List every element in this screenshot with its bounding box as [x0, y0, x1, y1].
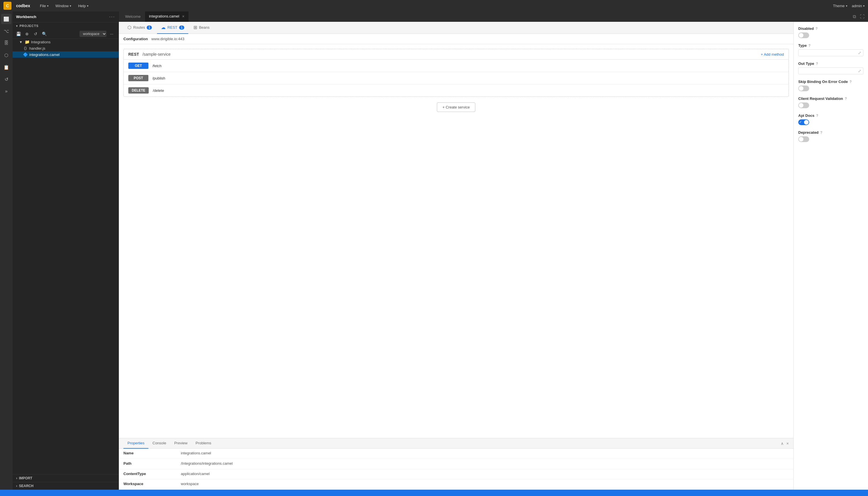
- search-section[interactable]: › SEARCH: [13, 482, 119, 490]
- sidebar-btn-db[interactable]: 🗄: [1, 38, 12, 48]
- js-file-icon: ⟨⟩: [23, 46, 28, 50]
- editor-body: ⬡ Routes 1 ☁ REST 1 ⊞ Beans: [119, 22, 868, 490]
- tab-welcome-label: Welcome: [125, 14, 141, 19]
- prop-contenttype-value: application/camel: [176, 469, 793, 480]
- refresh-btn[interactable]: ↺: [32, 30, 39, 37]
- out-type-help-icon[interactable]: ?: [816, 62, 818, 66]
- save-btn[interactable]: 💾: [15, 30, 22, 37]
- tab-close-icon[interactable]: ×: [182, 14, 184, 19]
- bottom-tab-properties[interactable]: Properties: [123, 438, 149, 449]
- tab-integrations-camel[interactable]: integrations.camel ×: [145, 12, 189, 22]
- menu-help[interactable]: Help ▾: [75, 3, 91, 9]
- subtab-rest-label: REST: [167, 25, 177, 30]
- prop-path-value: /Integrations/integrations.camel: [176, 459, 793, 469]
- theme-menu[interactable]: Theme ▾: [833, 4, 847, 8]
- method-row-post[interactable]: POST /publish: [124, 72, 789, 84]
- sidebar-btn-git[interactable]: ⌥: [1, 26, 12, 36]
- subtab-routes-label: Routes: [133, 25, 145, 30]
- content-area: Welcome integrations.camel × ⧉ ⛶ ⬡ Route…: [119, 12, 868, 490]
- prop-disabled: Disabled ?: [798, 27, 864, 38]
- type-help-icon[interactable]: ?: [808, 44, 810, 48]
- disabled-help-icon[interactable]: ?: [816, 27, 818, 31]
- out-type-input[interactable]: [800, 69, 858, 73]
- skip-binding-toggle[interactable]: [798, 86, 809, 91]
- prop-client-validation-label: Client Request Validation ?: [798, 96, 864, 101]
- projects-chevron[interactable]: ▾: [16, 25, 18, 28]
- subtab-routes[interactable]: ⬡ Routes 1: [123, 22, 156, 34]
- bottom-tab-problems[interactable]: Problems: [191, 438, 215, 449]
- admin-menu[interactable]: admin ▾: [852, 4, 865, 8]
- maximize-icon[interactable]: ⛶: [859, 14, 866, 20]
- prop-workspace-value: workspace: [176, 479, 793, 490]
- subtab-rest[interactable]: ☁ REST 1: [157, 22, 188, 34]
- sidebar-btn-workbench[interactable]: ⬜: [1, 14, 12, 24]
- bottom-tab-preview[interactable]: Preview: [170, 438, 191, 449]
- prop-out-type: Out Type ? ⤢: [798, 61, 864, 74]
- menu-file[interactable]: File ▾: [37, 3, 51, 9]
- tree-item-integrations[interactable]: ▾ 📁 Integrations: [13, 39, 119, 45]
- prop-api-docs-label: Api Docs ?: [798, 113, 864, 118]
- folder-file-icon: 📁: [25, 40, 29, 44]
- tree-item-integrations-camel[interactable]: 🔷 integrations.camel: [13, 51, 119, 58]
- sidebar-btn-docs[interactable]: 📋: [1, 62, 12, 72]
- deprecated-toggle[interactable]: [798, 136, 809, 142]
- service-header: REST /sample-service + Add method: [124, 49, 789, 60]
- disabled-toggle[interactable]: [798, 32, 809, 38]
- service-block: REST /sample-service + Add method GET /f…: [123, 49, 789, 97]
- sidebar-btn-terminal[interactable]: ⬡: [1, 50, 12, 60]
- right-panel: Disabled ? Type ? ⤢: [793, 22, 868, 490]
- api-docs-help-icon[interactable]: ?: [816, 114, 818, 118]
- prop-workspace-label: Workspace: [119, 479, 176, 490]
- tree-label-integrations: Integrations: [31, 40, 115, 44]
- tree-item-handler[interactable]: ⟨⟩ handler.js: [13, 45, 119, 51]
- subtab-beans[interactable]: ⊞ Beans: [189, 22, 214, 34]
- add-method-label: + Add method: [761, 52, 784, 57]
- method-row-get[interactable]: GET /fetch: [124, 60, 789, 72]
- skip-binding-help-icon[interactable]: ?: [850, 80, 852, 84]
- app-name: codbex: [16, 3, 30, 8]
- method-row-delete[interactable]: DELETE /delete: [124, 84, 789, 96]
- deprecated-help-icon[interactable]: ?: [820, 130, 822, 135]
- menu-window[interactable]: Window ▾: [52, 3, 74, 9]
- add-method-button[interactable]: + Add method: [761, 52, 784, 57]
- search-label: SEARCH: [19, 484, 34, 488]
- client-validation-toggle[interactable]: [798, 103, 809, 108]
- client-validation-help-icon[interactable]: ?: [845, 97, 847, 101]
- beans-icon: ⊞: [193, 25, 197, 30]
- tab-bar: Welcome integrations.camel × ⧉ ⛶: [119, 12, 868, 22]
- import-section[interactable]: › IMPORT: [13, 474, 119, 482]
- collapse-icon[interactable]: ∧: [781, 441, 784, 446]
- panel-options[interactable]: ···: [109, 14, 115, 20]
- app-logo: C: [3, 2, 12, 10]
- status-bar: [0, 490, 868, 496]
- prop-deprecated-label: Deprecated ?: [798, 130, 864, 135]
- sidebar-btn-history[interactable]: ↺: [1, 74, 12, 84]
- rest-icon: ☁: [161, 25, 166, 30]
- split-editor-icon[interactable]: ⧉: [852, 14, 857, 20]
- type-expand-icon[interactable]: ⤢: [858, 50, 862, 55]
- create-service-label: + Create service: [442, 105, 469, 109]
- type-input[interactable]: [800, 51, 858, 55]
- bottom-tab-console[interactable]: Console: [149, 438, 170, 449]
- subtab-beans-label: Beans: [199, 25, 210, 30]
- workspace-options[interactable]: ···: [108, 30, 115, 37]
- get-badge: GET: [128, 63, 149, 69]
- out-type-expand-icon[interactable]: ⤢: [858, 68, 862, 73]
- close-panel-icon[interactable]: ×: [787, 441, 789, 446]
- create-service-button[interactable]: + Create service: [437, 103, 475, 112]
- tab-welcome[interactable]: Welcome: [121, 12, 145, 22]
- search-btn[interactable]: 🔍: [41, 30, 48, 37]
- prop-name-value: integrations.camel: [176, 449, 793, 459]
- config-label: Configuration: [123, 37, 148, 41]
- prop-name-label: Name: [119, 449, 176, 459]
- workspace-select[interactable]: workspace: [79, 31, 107, 37]
- left-panel: Workbench ··· ▾ PROJECTS 💾 ⊕ ↺ 🔍 workspa…: [13, 12, 119, 490]
- new-btn[interactable]: ⊕: [24, 30, 30, 37]
- topbar-right: Theme ▾ admin ▾: [833, 4, 865, 8]
- properties-grid: Name integrations.camel Path /Integratio…: [119, 449, 793, 490]
- get-path: /fetch: [152, 64, 161, 68]
- config-bar: Configuration www.dirigible.io:443: [119, 34, 793, 44]
- sidebar-btn-more[interactable]: »: [1, 86, 12, 96]
- bottom-panel: Properties Console Preview Problems ∧ × …: [119, 438, 793, 490]
- api-docs-toggle[interactable]: ✓: [798, 120, 809, 125]
